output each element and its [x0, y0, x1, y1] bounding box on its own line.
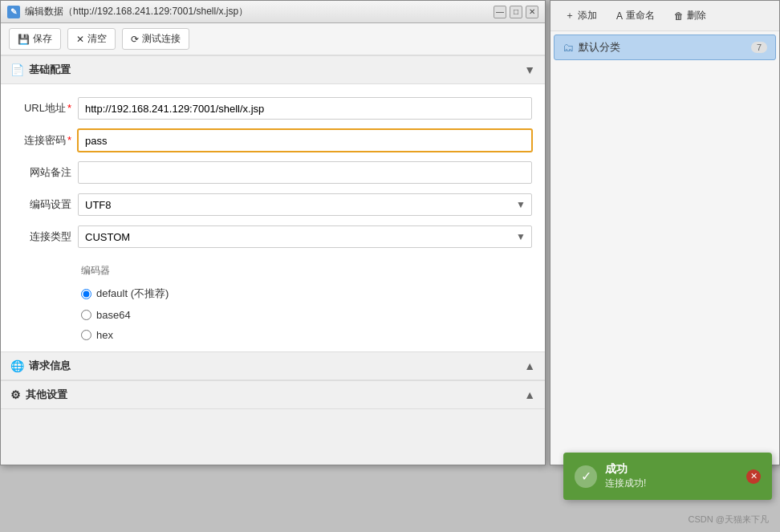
encoder-hex-radio[interactable]: [81, 330, 91, 340]
url-label: URL地址*: [14, 101, 78, 116]
save-button[interactable]: 💾 保存: [9, 28, 61, 50]
success-subtitle: 连接成功!: [605, 477, 738, 490]
request-info-collapse-icon: ▲: [524, 359, 535, 372]
encoding-label: 编码设置: [14, 197, 78, 212]
clear-icon: ✕: [76, 34, 84, 45]
test-connection-button[interactable]: ⟳ 测试连接: [122, 28, 189, 50]
connection-type-label: 连接类型: [14, 229, 78, 244]
note-row: 网站备注: [1, 156, 545, 189]
maximize-button[interactable]: □: [510, 6, 522, 18]
connection-type-select-wrapper: CUSTOM JSP PHP ASPX ▼: [78, 225, 532, 248]
minimize-button[interactable]: —: [494, 6, 506, 18]
password-label: 连接密码*: [14, 133, 78, 148]
other-settings-icon: ⚙: [10, 388, 21, 401]
add-icon: ＋: [565, 9, 575, 22]
basic-config-icon: 📄: [10, 63, 24, 76]
success-title: 成功: [605, 462, 738, 477]
encoder-section: 编码器 default (不推荐) base64 hex: [1, 261, 545, 351]
content-area: 📄 基础配置 ▼ URL地址* 连接密码*: [1, 55, 545, 466]
rename-label: 重命名: [626, 9, 655, 22]
folder-icon: 🗂: [563, 41, 574, 54]
encoder-base64-label[interactable]: base64: [96, 309, 131, 321]
encoder-default-label[interactable]: default (不推荐): [96, 286, 169, 301]
rename-button[interactable]: A 重命名: [610, 6, 661, 26]
basic-config-collapse-icon: ▼: [524, 63, 535, 76]
note-input[interactable]: [78, 161, 532, 184]
request-info-icon: 🌐: [10, 359, 24, 372]
encoder-base64-radio[interactable]: [81, 310, 91, 320]
watermark: CSDN @天猫来下凡: [689, 514, 769, 526]
connection-type-select[interactable]: CUSTOM JSP PHP ASPX: [78, 225, 532, 248]
other-settings-section-header[interactable]: ⚙ 其他设置 ▲: [1, 380, 545, 409]
delete-icon: 🗑: [674, 10, 684, 22]
test-connection-label: 测试连接: [142, 32, 181, 46]
toast-close-button[interactable]: ✕: [746, 469, 761, 484]
save-icon: 💾: [18, 34, 30, 45]
main-window: ✎ 编辑数据（http://192.168.241.129:7001/shell…: [0, 0, 546, 465]
right-panel: ＋ 添加 A 重命名 🗑 删除 🗂 默认分类 7: [550, 0, 780, 465]
connection-type-row: 连接类型 CUSTOM JSP PHP ASPX ▼: [1, 221, 545, 253]
url-row: URL地址*: [1, 92, 545, 124]
window-controls: — □ ✕: [494, 6, 538, 18]
title-bar: ✎ 编辑数据（http://192.168.241.129:7001/shell…: [1, 1, 545, 23]
clear-label: 清空: [87, 32, 107, 46]
window-icon: ✎: [7, 6, 20, 18]
clear-button[interactable]: ✕ 清空: [67, 28, 116, 50]
other-settings-label: 其他设置: [26, 388, 67, 402]
basic-config-label: 基础配置: [29, 63, 71, 77]
password-row: 连接密码*: [1, 124, 545, 156]
encoder-default-row: default (不推荐): [81, 282, 532, 305]
encoder-hex-label[interactable]: hex: [96, 329, 113, 341]
basic-config-content: URL地址* 连接密码* 网站备注: [1, 84, 545, 261]
success-toast: ✓ 成功 连接成功! ✕: [563, 453, 772, 500]
category-item-default[interactable]: 🗂 默认分类 7: [554, 35, 776, 60]
success-check-icon: ✓: [575, 465, 597, 488]
add-label: 添加: [578, 9, 597, 22]
delete-label: 删除: [687, 9, 706, 22]
add-button[interactable]: ＋ 添加: [559, 6, 603, 26]
rename-icon: A: [616, 10, 623, 22]
encoder-base64-row: base64: [81, 305, 532, 325]
category-list: 🗂 默认分类 7: [550, 31, 779, 63]
url-input[interactable]: [78, 97, 532, 120]
delete-button[interactable]: 🗑 删除: [668, 6, 713, 26]
other-settings-collapse-icon: ▲: [524, 388, 535, 401]
encoder-label: 编码器: [81, 264, 532, 278]
connection-icon: ⟳: [131, 34, 139, 45]
toolbar: 💾 保存 ✕ 清空 ⟳ 测试连接: [1, 23, 545, 55]
category-name: 默认分类: [579, 40, 746, 55]
category-badge: 7: [751, 42, 767, 53]
save-label: 保存: [33, 32, 52, 46]
encoding-select[interactable]: UTF8 GBK GB2312 ISO-8859-1: [78, 193, 532, 216]
close-button[interactable]: ✕: [526, 6, 538, 18]
success-text-block: 成功 连接成功!: [605, 462, 738, 490]
password-input[interactable]: [78, 129, 532, 152]
encoding-row: 编码设置 UTF8 GBK GB2312 ISO-8859-1 ▼: [1, 189, 545, 221]
window-title: 编辑数据（http://192.168.241.129:7001/shell/x…: [25, 5, 494, 18]
encoder-hex-row: hex: [81, 325, 532, 345]
form-area: 📄 基础配置 ▼ URL地址* 连接密码*: [1, 55, 545, 466]
encoding-select-wrapper: UTF8 GBK GB2312 ISO-8859-1 ▼: [78, 193, 532, 216]
encoder-default-radio[interactable]: [81, 289, 91, 299]
request-info-label: 请求信息: [29, 359, 71, 373]
right-toolbar: ＋ 添加 A 重命名 🗑 删除: [550, 1, 779, 31]
note-label: 网站备注: [14, 165, 78, 180]
basic-config-section-header[interactable]: 📄 基础配置 ▼: [1, 55, 545, 84]
request-info-section-header[interactable]: 🌐 请求信息 ▲: [1, 351, 545, 380]
